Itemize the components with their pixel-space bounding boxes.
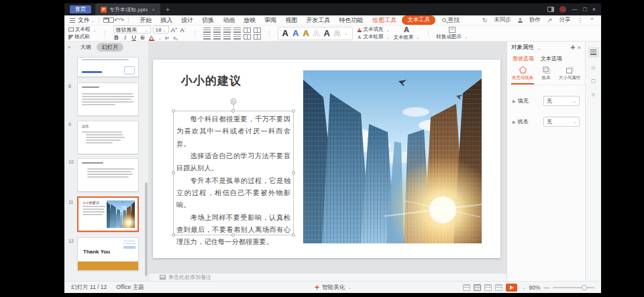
print-icon[interactable] <box>109 17 114 23</box>
slides-tab-active[interactable]: 幻灯片 <box>97 43 123 52</box>
notes-bar[interactable]: 单击此处添加备注 <box>149 273 506 281</box>
share-button[interactable]: 分享 <box>559 16 570 24</box>
italic-button[interactable]: I <box>122 34 129 41</box>
text-direction-icon[interactable] <box>254 27 261 33</box>
fill-select[interactable]: 无 ⌄ <box>543 96 580 106</box>
slide-thumbnail-7-partial[interactable] <box>77 57 139 77</box>
zoom-slider-knob[interactable] <box>582 285 587 290</box>
expand-icon[interactable]: ▶ <box>513 99 516 103</box>
tab-features[interactable]: 特色功能 <box>339 16 363 25</box>
find-button[interactable]: 查找 <box>442 16 460 25</box>
tab-draw-tools[interactable]: 绘图工具 <box>372 16 396 25</box>
wordart-style-4[interactable]: A <box>313 29 319 38</box>
font-name-select[interactable]: 微软雅黑⌄ <box>113 25 151 34</box>
slide-thumbnail-8[interactable] <box>77 82 139 116</box>
align-objects-icon[interactable] <box>254 34 261 40</box>
minimize-button[interactable]: — <box>572 6 578 13</box>
outdent-icon[interactable] <box>223 27 231 33</box>
home-tab[interactable]: 首页 <box>70 5 91 13</box>
shape-options-tab[interactable]: 形状选项 <box>513 55 534 62</box>
wordart-style-3[interactable]: A <box>303 29 309 38</box>
slide-thumbnail-11-selected[interactable]: 小小的建议 <box>77 196 139 232</box>
collaborate-button[interactable]: 协作 <box>529 16 541 24</box>
wordart-more-icon[interactable]: ⌄ <box>344 31 347 36</box>
text-effect-button[interactable]: A 文本效果⌄ <box>394 26 420 40</box>
subscript-button[interactable]: x₂ <box>172 36 179 40</box>
size-props-subtab[interactable]: 大小与属性 <box>558 66 581 84</box>
selected-textbox[interactable]: ↻ 每个科目都很重要，千万不要因为喜欢其中一科或者讨厌一科而舍弃。 选择适合自己… <box>173 111 294 235</box>
text-fill-button[interactable]: A 文本填充⌄ <box>357 27 390 33</box>
justify-icon[interactable] <box>233 34 241 40</box>
close-button[interactable]: × <box>592 6 596 13</box>
slide-thumbnail-12[interactable]: Thank You <box>77 237 139 271</box>
slide-sorter-view-icon[interactable] <box>474 284 481 291</box>
tab-slideshow[interactable]: 放映 <box>244 16 256 25</box>
resize-handle-se[interactable] <box>292 233 295 237</box>
tab-review[interactable]: 审阅 <box>264 16 276 25</box>
fill-line-subtab[interactable]: 填充与线条 <box>511 66 534 84</box>
indent-icon[interactable] <box>233 27 241 33</box>
wordart-style-2[interactable]: A <box>292 29 299 38</box>
collapse-panel-icon[interactable]: « <box>68 44 70 50</box>
wordart-style-5[interactable]: A <box>323 29 329 38</box>
collapse-ribbon-icon[interactable]: ⌃ <box>590 17 594 23</box>
align-center-icon[interactable] <box>213 34 221 40</box>
superscript-button[interactable]: x² <box>164 36 170 40</box>
bold-button[interactable]: B <box>113 34 120 41</box>
resize-handle-n[interactable] <box>231 109 235 113</box>
theme-name[interactable]: Office 主题 <box>116 284 144 292</box>
resize-handle-e[interactable] <box>292 171 295 174</box>
close-panel-icon[interactable]: × <box>578 44 581 51</box>
resize-handle-ne[interactable] <box>292 109 295 113</box>
hamburger-icon[interactable] <box>70 18 75 23</box>
reading-view-icon[interactable] <box>495 284 502 291</box>
slide-thumbnail-9[interactable]: 总结 <box>77 121 139 154</box>
zoom-slider[interactable] <box>553 287 594 288</box>
increase-font-button[interactable]: A+ <box>171 26 178 34</box>
effect-subtab[interactable]: 效果 <box>535 66 557 84</box>
slide-thumbnail-10[interactable] <box>77 158 139 192</box>
tab-text-tools-active[interactable]: 文本工具 <box>402 15 435 25</box>
zoom-out-button[interactable]: — <box>544 284 550 291</box>
align-right-icon[interactable] <box>223 34 231 40</box>
restore-button[interactable]: □ <box>583 6 586 13</box>
text-options-tab[interactable]: 文本选项 <box>541 55 562 62</box>
shapes-icon[interactable]: □ <box>592 78 595 84</box>
resize-handle-nw[interactable] <box>172 109 175 113</box>
layout-toggle-icon[interactable] <box>547 7 554 12</box>
align-left-icon[interactable] <box>203 34 211 40</box>
convert-diagram-button[interactable]: 转换成图示⌄ <box>437 27 468 40</box>
user-avatar[interactable] <box>559 6 566 13</box>
tab-view[interactable]: 视图 <box>285 16 297 25</box>
save-icon[interactable] <box>103 17 109 23</box>
columns-icon[interactable] <box>244 34 251 40</box>
textbox-button[interactable]: 文本框 ⌄ <box>68 27 97 33</box>
undo-icon[interactable]: ↶ <box>114 17 119 23</box>
expand-icon[interactable]: ▶ <box>513 119 516 124</box>
pin-icon[interactable] <box>570 45 576 50</box>
format-painter-button[interactable]: 格式刷 <box>68 34 97 40</box>
normal-view-icon[interactable] <box>463 284 470 291</box>
line-spacing-icon[interactable] <box>244 27 251 33</box>
zoom-level[interactable]: 90% <box>529 284 540 291</box>
resize-handle-s[interactable] <box>231 233 235 237</box>
line-select[interactable]: 无 ⌄ <box>543 117 580 127</box>
file-menu[interactable]: 文件 <box>78 16 90 25</box>
tab-animation[interactable]: 动画 <box>223 16 235 25</box>
tab-insert[interactable]: 插入 <box>160 16 172 25</box>
outline-tab[interactable]: 大纲 <box>80 44 91 51</box>
favorites-icon[interactable]: ☆ <box>590 64 596 71</box>
tab-developer[interactable]: 开发工具 <box>306 16 330 25</box>
more-menu-icon[interactable]: ⋮ <box>577 17 583 23</box>
underline-button[interactable]: U <box>131 34 138 41</box>
panel-scrollbar[interactable] <box>145 182 148 276</box>
text-outline-button[interactable]: A 文本轮廓⌄ <box>357 34 390 40</box>
tab-transition[interactable]: 切换 <box>202 16 214 25</box>
tab-design[interactable]: 设计 <box>181 16 193 25</box>
bullets-icon[interactable] <box>203 27 211 33</box>
resize-handle-sw[interactable] <box>172 233 175 237</box>
slide-photo[interactable] <box>303 70 482 243</box>
decrease-font-button[interactable]: A- <box>180 26 186 34</box>
redo-icon[interactable]: ↷ <box>119 17 125 23</box>
help-icon[interactable]: ○ <box>592 91 595 98</box>
